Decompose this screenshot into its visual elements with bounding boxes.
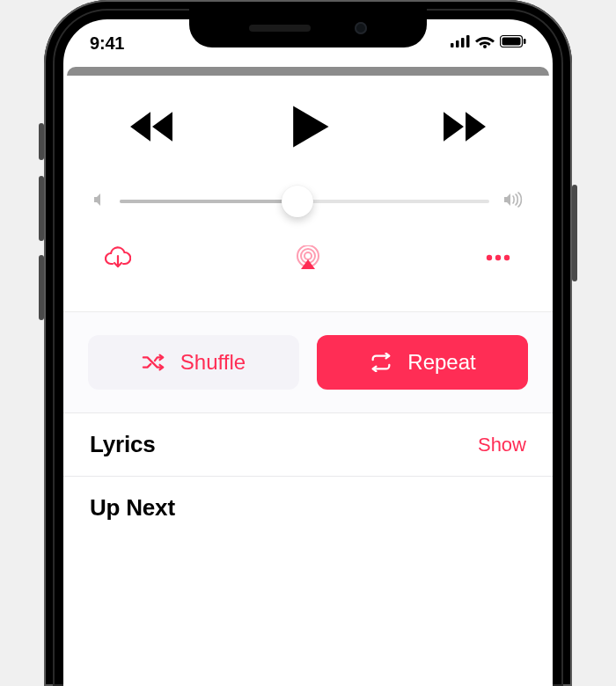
forward-icon [442,108,488,145]
svg-rect-6 [502,38,521,46]
phone-frame: 9:41 [44,0,572,686]
volume-thumb[interactable] [282,186,313,217]
play-button[interactable] [273,100,343,153]
background-card [67,67,549,76]
svg-point-13 [504,255,510,260]
svg-point-12 [495,255,501,260]
download-button[interactable] [100,244,136,271]
rewind-icon [128,108,174,145]
shuffle-button[interactable]: Shuffle [88,335,299,390]
power-hardware [572,185,577,281]
svg-rect-0 [451,43,454,47]
status-icons [451,34,526,52]
airplay-icon [295,245,321,270]
front-camera [355,22,367,34]
cloud-download-icon [105,246,131,269]
repeat-button[interactable]: Repeat [317,335,528,390]
screen: 9:41 [63,19,553,686]
svg-rect-2 [461,38,465,47]
repeat-icon [369,353,393,372]
svg-point-8 [304,252,312,259]
battery-icon [500,35,526,51]
svg-point-4 [483,45,487,48]
volume-slider[interactable] [120,200,489,203]
lyrics-row[interactable]: Lyrics Show [63,412,553,476]
cellular-icon [451,35,470,51]
earpiece [249,25,311,32]
previous-button[interactable] [116,100,187,153]
lyrics-show-link[interactable]: Show [478,434,526,456]
wifi-icon [475,34,495,52]
volume-low-icon [93,193,106,210]
next-button[interactable] [429,100,500,153]
phone-bezel: 9:41 [53,9,563,686]
now-playing-sheet: Shuffle Repeat Lyrics Show U [63,76,553,686]
shuffle-icon [142,353,166,372]
volume-row [63,162,553,220]
svg-rect-3 [466,35,470,47]
volume-high-icon [503,192,523,211]
svg-rect-7 [524,39,526,44]
more-button[interactable] [480,244,516,271]
action-row [63,220,553,311]
shuffle-label: Shuffle [180,350,246,375]
up-next-title: Up Next [90,494,175,522]
lyrics-title: Lyrics [90,431,155,458]
svg-point-11 [487,255,492,260]
up-next-row[interactable]: Up Next [63,476,553,539]
more-icon [485,254,511,261]
volume-fill [120,200,297,203]
repeat-label: Repeat [407,350,475,375]
status-time: 9:41 [90,33,124,54]
play-icon [283,102,333,151]
shuffle-repeat-row: Shuffle Repeat [63,311,553,412]
airplay-button[interactable] [290,244,326,271]
notch [189,9,427,47]
transport-controls [63,76,553,162]
svg-rect-1 [456,40,459,47]
